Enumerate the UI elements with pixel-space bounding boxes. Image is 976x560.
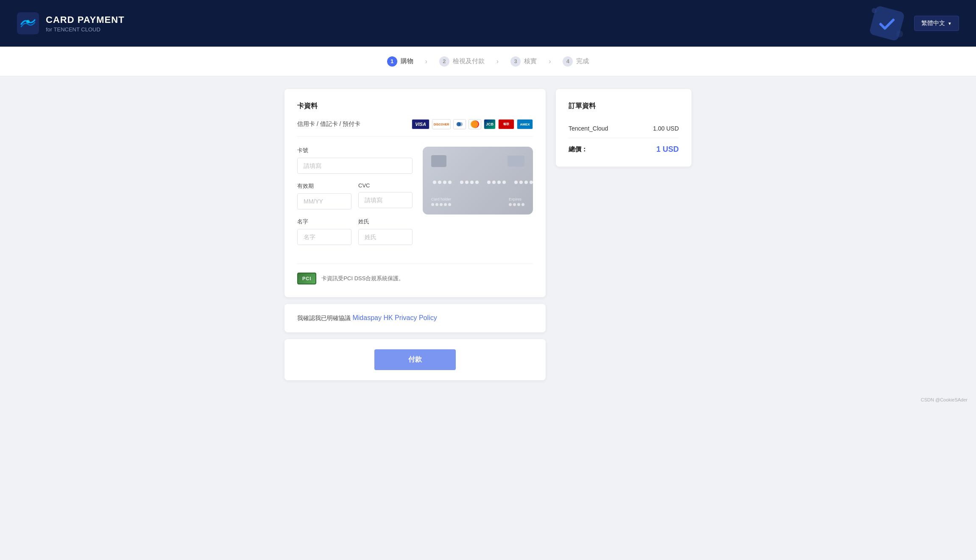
- card-visual: Card holder Expires: [423, 147, 533, 215]
- order-total-row: 總價： 1 USD: [569, 138, 679, 154]
- amex-logo: AMEX: [517, 119, 533, 129]
- card-number-label: 卡號: [297, 147, 413, 154]
- agreement-panel: 我確認我已明確協議 Midaspay HK Privacy Policy: [284, 304, 546, 332]
- card-form-panel: 卡資料 信用卡 / 借記卡 / 預付卡 VISA DISCOVER: [284, 89, 546, 297]
- header-subtitle: for TENCENT CLOUD: [46, 26, 125, 33]
- step-chevron-2: ›: [493, 58, 502, 65]
- first-name-input[interactable]: [297, 229, 351, 245]
- cvc-input[interactable]: [358, 192, 413, 208]
- step-3-label: 核實: [524, 57, 537, 65]
- step-1-number: 1: [387, 56, 397, 67]
- header-decoration: [866, 2, 908, 45]
- card-network-placeholder: [508, 156, 524, 167]
- language-button[interactable]: 繁體中文 ▼: [914, 16, 959, 31]
- step-2[interactable]: 2 檢視及付款: [431, 56, 493, 67]
- cvc-label: CVC: [358, 182, 413, 189]
- header-title-block: CARD PAYMENT for TENCENT CLOUD: [46, 14, 125, 33]
- order-panel: 訂單資料 Tencent_Cloud 1.00 USD 總價： 1 USD: [556, 89, 692, 167]
- card-type-label: 信用卡 / 借記卡 / 預付卡: [297, 120, 360, 128]
- card-expires-dots: [509, 203, 524, 206]
- stepper-bar: 1 購物 › 2 檢視及付款 › 3 核實 › 4 完成: [0, 47, 976, 76]
- step-1[interactable]: 1 購物: [379, 56, 422, 67]
- pci-badge-icon: PCI: [297, 273, 316, 284]
- diners-logo: [453, 119, 466, 129]
- card-number-input[interactable]: [297, 158, 413, 174]
- card-bottom: Card holder Expires: [431, 197, 524, 206]
- step-chevron-3: ›: [545, 58, 554, 65]
- step-chevron-1: ›: [422, 58, 431, 65]
- step-1-label: 購物: [401, 57, 413, 65]
- pay-button[interactable]: 付款: [374, 349, 456, 370]
- order-item-name: Tencent_Cloud: [569, 125, 608, 132]
- card-holder-dots: [431, 203, 451, 206]
- order-item-price: 1.00 USD: [653, 125, 679, 132]
- svg-point-4: [896, 31, 903, 37]
- expiry-cvc-row: 有效期 CVC: [297, 182, 413, 218]
- step-3-number: 3: [510, 56, 521, 67]
- order-total-label: 總價：: [569, 145, 588, 153]
- submit-panel: 付款: [284, 339, 546, 380]
- left-column: 卡資料 信用卡 / 借記卡 / 預付卡 VISA DISCOVER: [284, 89, 546, 380]
- card-preview: Card holder Expires: [423, 147, 533, 254]
- step-2-label: 檢視及付款: [453, 57, 485, 65]
- last-name-label: 姓氏: [358, 218, 413, 226]
- pci-text: 卡資訊受PCI DSS合規系統保護。: [321, 275, 404, 282]
- unionpay-logo: 银联: [498, 119, 514, 129]
- expiry-label: 有效期: [297, 182, 351, 190]
- pci-row: PCI 卡資訊受PCI DSS合規系統保護。: [297, 264, 533, 284]
- card-visual-top: [431, 155, 524, 167]
- jcb-logo: JCB: [484, 119, 496, 129]
- language-label: 繁體中文: [921, 20, 945, 27]
- privacy-policy-link[interactable]: Midaspay HK Privacy Policy: [352, 314, 437, 321]
- svg-point-6: [458, 122, 463, 126]
- tencent-cloud-logo: [17, 12, 39, 34]
- card-holder-field: Card holder: [431, 197, 451, 206]
- order-title: 訂單資料: [569, 102, 679, 111]
- card-expires-label: Expires: [509, 197, 524, 201]
- order-item: Tencent_Cloud 1.00 USD: [569, 119, 679, 138]
- header-title: CARD PAYMENT: [46, 14, 125, 25]
- card-logos: VISA DISCOVER JCB 银联 AMEX: [412, 119, 533, 129]
- svg-point-1: [26, 20, 30, 23]
- last-name-group: 姓氏: [358, 218, 413, 245]
- last-name-input[interactable]: [358, 229, 413, 245]
- step-2-number: 2: [439, 56, 449, 67]
- card-chip-icon: [431, 155, 446, 167]
- header-left: CARD PAYMENT for TENCENT CLOUD: [17, 12, 125, 34]
- order-total-price: 1 USD: [656, 145, 679, 154]
- card-number-dots: [431, 181, 524, 184]
- expiry-input[interactable]: [297, 193, 351, 209]
- card-number-group: 卡號: [297, 147, 413, 174]
- card-fields: 卡號 有效期 CVC: [297, 147, 413, 254]
- form-panel-title: 卡資料: [297, 102, 533, 111]
- discover-logo: DISCOVER: [432, 119, 451, 129]
- main-content: 卡資料 信用卡 / 借記卡 / 預付卡 VISA DISCOVER: [276, 89, 700, 380]
- card-expires-field: Expires: [509, 197, 524, 206]
- card-section: 卡號 有效期 CVC: [297, 147, 533, 254]
- header: CARD PAYMENT for TENCENT CLOUD 繁體中文 ▼: [0, 0, 976, 47]
- expiry-group: 有效期: [297, 182, 351, 209]
- name-row: 名字 姓氏: [297, 218, 413, 254]
- step-4-label: 完成: [576, 57, 589, 65]
- step-4-number: 4: [563, 56, 573, 67]
- agreement-text-before: 我確認我已明確協議: [297, 315, 351, 321]
- footer-note: CSDN @CookieSAder: [0, 393, 976, 407]
- cvc-group: CVC: [358, 182, 413, 209]
- first-name-label: 名字: [297, 218, 351, 226]
- mastercard-logo: [468, 119, 481, 129]
- step-4[interactable]: 4 完成: [554, 56, 597, 67]
- visa-logo: VISA: [412, 119, 429, 129]
- card-type-row: 信用卡 / 借記卡 / 預付卡 VISA DISCOVER JCB 银联: [297, 119, 533, 137]
- step-3[interactable]: 3 核實: [502, 56, 545, 67]
- first-name-group: 名字: [297, 218, 351, 245]
- card-holder-label: Card holder: [431, 197, 451, 201]
- svg-point-3: [872, 8, 877, 13]
- chevron-down-icon: ▼: [948, 21, 952, 26]
